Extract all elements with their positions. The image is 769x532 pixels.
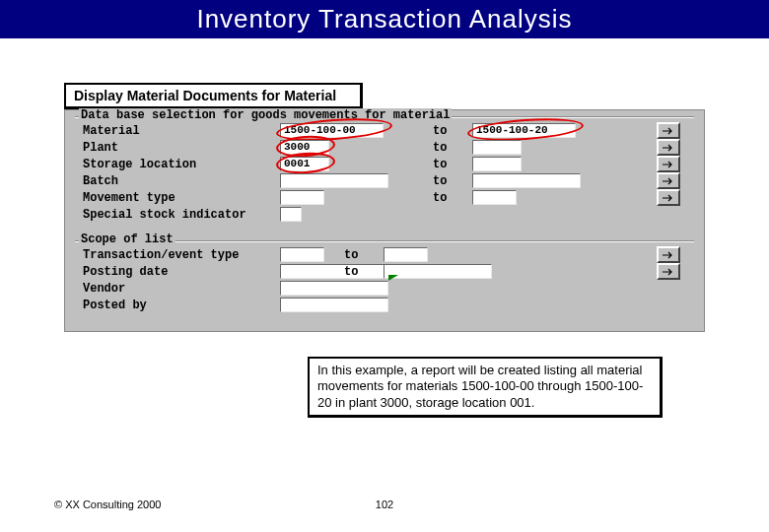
label-ssi: Special stock indicator [83, 208, 280, 222]
input-material-to[interactable]: 1500-100-20 [472, 123, 576, 138]
range-button-sloc[interactable] [657, 156, 680, 172]
row-sloc: Storage location 0001 to [83, 156, 686, 172]
range-button-mvt[interactable] [657, 189, 680, 206]
input-plant-from[interactable]: 3000 [280, 140, 329, 155]
input-batch-to[interactable] [472, 173, 581, 188]
input-material-from[interactable]: 1500-100-00 [280, 123, 384, 138]
arrow-right-icon [662, 126, 675, 136]
range-button-tet[interactable] [657, 246, 680, 263]
label-material: Material [83, 124, 280, 138]
arrow-right-icon [662, 250, 675, 260]
group-db-selection: Data base selection for goods movements … [75, 116, 694, 231]
to-label: to [433, 124, 472, 138]
input-ssi[interactable] [280, 207, 302, 222]
group-db-selection-label: Data base selection for goods movements … [79, 108, 452, 122]
input-sloc-from[interactable]: 0001 [280, 157, 329, 171]
range-button-plant[interactable] [657, 139, 680, 156]
label-postedby: Posted by [83, 299, 280, 312]
arrow-right-icon [662, 193, 675, 203]
row-batch: Batch to [83, 172, 686, 189]
to-label: to [344, 265, 384, 279]
window-title: Display Material Documents for Material [64, 83, 363, 109]
range-button-pdate[interactable] [657, 263, 680, 280]
range-button-material[interactable] [657, 122, 680, 139]
to-label: to [433, 191, 472, 205]
row-movement-type: Movement type to [83, 189, 686, 206]
explanation-note: In this example, a report will be create… [308, 357, 663, 418]
input-postedby[interactable] [280, 298, 388, 312]
to-label: to [433, 141, 472, 155]
arrow-right-icon [662, 143, 675, 153]
input-vendor[interactable] [280, 281, 388, 296]
arrow-right-icon [662, 176, 675, 186]
arrow-right-icon [662, 160, 675, 169]
input-mvt-from[interactable] [280, 190, 324, 205]
slide-title: Inventory Transaction Analysis [0, 0, 769, 38]
label-sloc: Storage location [83, 158, 280, 171]
label-mvt: Movement type [83, 191, 280, 205]
arrow-right-icon [662, 267, 675, 277]
group-scope-of-list: Scope of list Transaction/event type to … [75, 240, 694, 321]
input-tet-from[interactable] [280, 247, 324, 262]
to-label: to [433, 174, 472, 188]
to-label: to [344, 248, 384, 262]
input-plant-to[interactable] [472, 140, 522, 155]
input-mvt-to[interactable] [472, 190, 517, 205]
label-tet: Transaction/event type [83, 248, 280, 262]
to-label: to [433, 158, 472, 171]
label-vendor: Vendor [83, 282, 280, 296]
label-plant: Plant [83, 141, 280, 155]
row-vendor: Vendor [83, 280, 686, 297]
label-batch: Batch [83, 174, 280, 188]
row-material: Material 1500-100-00 to 1500-100-20 [83, 122, 686, 139]
footer-page-number: 102 [0, 499, 769, 510]
group-scope-label: Scope of list [79, 233, 175, 246]
input-sloc-to[interactable] [472, 157, 522, 171]
input-pdate-to[interactable] [384, 264, 492, 279]
row-ssi: Special stock indicator [83, 206, 686, 223]
row-plant: Plant 3000 to [83, 139, 686, 156]
sap-selection-panel: Data base selection for goods movements … [64, 109, 705, 332]
input-batch-from[interactable] [280, 173, 388, 188]
label-pdate: Posting date [83, 265, 280, 279]
row-posting-date: Posting date to [83, 263, 686, 280]
input-tet-to[interactable] [384, 247, 428, 262]
row-posted-by: Posted by [83, 297, 686, 313]
range-button-batch[interactable] [657, 172, 680, 189]
row-trans-event-type: Transaction/event type to [83, 246, 686, 263]
